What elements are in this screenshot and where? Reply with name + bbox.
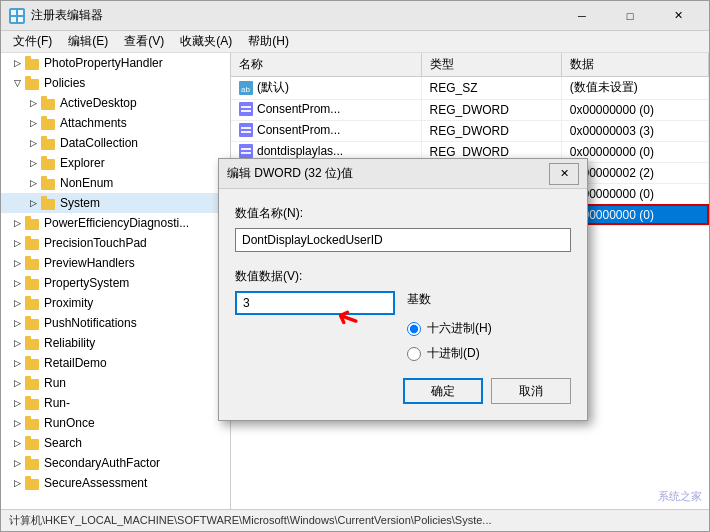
list-item[interactable]: ▷ RetailDemo bbox=[1, 353, 230, 373]
list-item[interactable]: ▷ PushNotifications bbox=[1, 313, 230, 333]
list-item[interactable]: ▷ Attachments bbox=[1, 113, 230, 133]
list-item[interactable]: ▷ RunOnce bbox=[1, 413, 230, 433]
folder-icon bbox=[41, 96, 57, 110]
list-item-system[interactable]: ▷ System bbox=[1, 193, 230, 213]
expand-icon[interactable]: ▷ bbox=[9, 455, 25, 471]
expand-icon[interactable]: ▷ bbox=[25, 95, 41, 111]
radio-dec-label[interactable]: 十进制(D) bbox=[407, 345, 492, 362]
menu-edit[interactable]: 编辑(E) bbox=[60, 31, 116, 52]
list-item[interactable]: ▷ Run- bbox=[1, 393, 230, 413]
list-item[interactable]: ▷ Reliability bbox=[1, 333, 230, 353]
radio-dec[interactable] bbox=[407, 347, 421, 361]
expand-icon[interactable]: ▷ bbox=[25, 175, 41, 191]
expand-icon[interactable]: ▷ bbox=[9, 395, 25, 411]
list-item[interactable]: ▷ PrecisionTouchPad bbox=[1, 233, 230, 253]
expand-icon[interactable]: ▷ bbox=[9, 415, 25, 431]
expand-icon[interactable]: ▷ bbox=[9, 275, 25, 291]
list-item[interactable]: ▷ PreviewHandlers bbox=[1, 253, 230, 273]
expand-icon[interactable]: ▷ bbox=[9, 215, 25, 231]
list-item[interactable]: ▷ SecureAssessment bbox=[1, 473, 230, 493]
list-item[interactable]: ▷ ActiveDesktop bbox=[1, 93, 230, 113]
expand-icon[interactable]: ▷ bbox=[9, 375, 25, 391]
dialog-title-bar: 编辑 DWORD (32 位)值 ✕ bbox=[219, 159, 587, 189]
expand-icon[interactable]: ▷ bbox=[9, 435, 25, 451]
edit-dword-dialog[interactable]: 编辑 DWORD (32 位)值 ✕ 数值名称(N): 数值数据(V): 基数 … bbox=[218, 158, 588, 421]
ok-button[interactable]: 确定 bbox=[403, 378, 483, 404]
svg-rect-0 bbox=[11, 10, 16, 15]
list-item[interactable]: ▷ Run bbox=[1, 373, 230, 393]
reg-entry-name: (默认) bbox=[257, 79, 289, 96]
tree-item-label: SecureAssessment bbox=[44, 476, 147, 490]
expand-icon[interactable]: ▷ bbox=[9, 235, 25, 251]
expand-icon[interactable]: ▷ bbox=[9, 315, 25, 331]
expand-icon[interactable]: ▷ bbox=[9, 355, 25, 371]
list-item-proximity[interactable]: ▷ Proximity bbox=[1, 293, 230, 313]
tree-item-label: ActiveDesktop bbox=[60, 96, 137, 110]
close-button[interactable]: ✕ bbox=[655, 1, 701, 31]
window-controls: ─ □ ✕ bbox=[559, 1, 701, 31]
expand-icon[interactable]: ▷ bbox=[9, 55, 25, 71]
menu-file[interactable]: 文件(F) bbox=[5, 31, 60, 52]
folder-icon bbox=[25, 236, 41, 250]
tree-item-label: PowerEfficiencyDiagnosti... bbox=[44, 216, 189, 230]
folder-icon bbox=[25, 376, 41, 390]
list-item[interactable]: ▷ NonEnum bbox=[1, 173, 230, 193]
menu-favorites[interactable]: 收藏夹(A) bbox=[172, 31, 240, 52]
expand-icon[interactable]: ▷ bbox=[9, 335, 25, 351]
reg-icon: ab(默认) bbox=[239, 79, 289, 96]
tree-item-label: Proximity bbox=[44, 296, 93, 310]
dword-icon bbox=[239, 144, 253, 158]
col-name: 名称 bbox=[231, 53, 421, 77]
expand-icon[interactable]: ▷ bbox=[25, 195, 41, 211]
folder-icon bbox=[25, 56, 41, 70]
table-row[interactable]: ab(默认)REG_SZ(数值未设置) bbox=[231, 77, 709, 100]
svg-rect-8 bbox=[241, 131, 251, 133]
list-item[interactable]: ▷ PhotoPropertyHandler bbox=[1, 53, 230, 73]
list-item[interactable]: ▽ Policies bbox=[1, 73, 230, 93]
expand-icon[interactable]: ▷ bbox=[9, 255, 25, 271]
list-item[interactable]: ▷ SecondaryAuthFactor bbox=[1, 453, 230, 473]
svg-rect-9 bbox=[241, 148, 251, 150]
list-item-search[interactable]: ▷ Search bbox=[1, 433, 230, 453]
menu-help[interactable]: 帮助(H) bbox=[240, 31, 297, 52]
watermark: 系统之家 bbox=[658, 489, 702, 504]
table-row[interactable]: ConsentProm...REG_DWORD0x00000000 (0) bbox=[231, 99, 709, 120]
folder-icon bbox=[25, 416, 41, 430]
radio-hex-label[interactable]: 十六进制(H) bbox=[407, 320, 492, 337]
list-item[interactable]: ▷ PropertySystem bbox=[1, 273, 230, 293]
folder-icon bbox=[25, 436, 41, 450]
tree-item-label: Policies bbox=[44, 76, 85, 90]
folder-icon bbox=[25, 296, 41, 310]
folder-icon bbox=[25, 316, 41, 330]
expand-icon[interactable]: ▷ bbox=[9, 295, 25, 311]
registry-tree[interactable]: ▷ PhotoPropertyHandler ▽ Policies ▷ Acti… bbox=[1, 53, 231, 509]
cancel-button[interactable]: 取消 bbox=[491, 378, 571, 404]
expand-icon[interactable]: ▷ bbox=[25, 135, 41, 151]
tree-item-label: RunOnce bbox=[44, 416, 95, 430]
minimize-button[interactable]: ─ bbox=[559, 1, 605, 31]
value-name-input[interactable] bbox=[235, 228, 571, 252]
radio-hex[interactable] bbox=[407, 322, 421, 336]
expand-icon[interactable]: ▷ bbox=[25, 155, 41, 171]
name-label: 数值名称(N): bbox=[235, 205, 571, 222]
expand-icon[interactable]: ▷ bbox=[9, 475, 25, 491]
svg-rect-7 bbox=[241, 127, 251, 129]
list-item[interactable]: ▷ Explorer bbox=[1, 153, 230, 173]
expand-icon[interactable]: ▽ bbox=[9, 75, 25, 91]
menu-view[interactable]: 查看(V) bbox=[116, 31, 172, 52]
tree-item-label: DataCollection bbox=[60, 136, 138, 150]
list-item[interactable]: ▷ PowerEfficiencyDiagnosti... bbox=[1, 213, 230, 233]
reg-entry-type: REG_DWORD bbox=[421, 99, 561, 120]
table-row[interactable]: ConsentProm...REG_DWORD0x00000003 (3) bbox=[231, 120, 709, 141]
expand-icon[interactable]: ▷ bbox=[25, 115, 41, 131]
tree-item-label: PrecisionTouchPad bbox=[44, 236, 147, 250]
tree-item-label: PushNotifications bbox=[44, 316, 137, 330]
app-icon bbox=[9, 8, 25, 24]
value-data-input[interactable] bbox=[235, 291, 395, 315]
maximize-button[interactable]: □ bbox=[607, 1, 653, 31]
dialog-close-button[interactable]: ✕ bbox=[549, 163, 579, 185]
reg-entry-name: ConsentProm... bbox=[257, 123, 340, 137]
svg-rect-6 bbox=[241, 110, 251, 112]
svg-rect-5 bbox=[241, 106, 251, 108]
list-item[interactable]: ▷ DataCollection bbox=[1, 133, 230, 153]
